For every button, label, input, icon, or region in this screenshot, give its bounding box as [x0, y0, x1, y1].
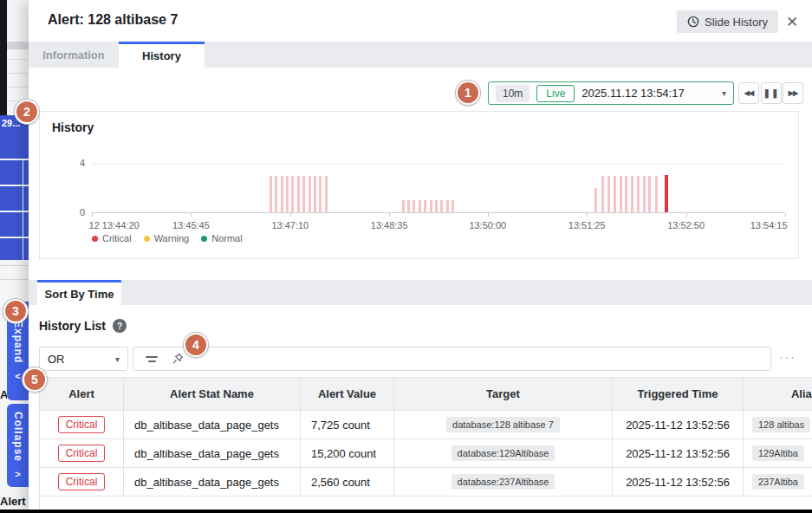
chart-bar — [319, 176, 322, 212]
datetime-value: 2025.11.12 13:54:17 — [581, 87, 715, 100]
chart-bar — [631, 176, 633, 212]
x-tick-label: 13:54:15 — [750, 220, 788, 231]
col-triggered-time[interactable]: Triggered Time — [613, 378, 744, 410]
x-tick-label: 12 13:44:20 — [89, 220, 140, 231]
chart-bar — [620, 176, 622, 212]
history-table-wrap: Alert Alert Stat Name Alert Value Target… — [39, 377, 812, 513]
legend-item: Critical — [92, 233, 132, 244]
chart-bar — [270, 176, 272, 212]
x-tick-label: 13:47:10 — [271, 220, 309, 231]
screen: 29... Expand < Collapse > A Alert V Aler… — [0, 0, 812, 513]
chart-bar — [637, 176, 640, 212]
chart-bar — [614, 176, 616, 212]
more-options-icon[interactable]: ··· — [779, 350, 796, 364]
triggered-time: 2025-11-12 13:52:56 — [613, 439, 744, 467]
alias-pill: 237Altiba — [752, 474, 804, 490]
y-tick-label: 4 — [50, 158, 85, 168]
tab-sort-by-time[interactable]: Sort By Time — [37, 280, 121, 305]
sort-tabbar: Sort By Time — [29, 280, 812, 305]
filter-input[interactable] — [133, 347, 771, 371]
annotation-badge-5: 5 — [23, 367, 47, 392]
slide-history-button[interactable]: Slide History — [677, 10, 778, 33]
table-header-row: Alert Alert Stat Name Alert Value Target… — [40, 378, 812, 410]
expand-button-label: Expand — [12, 321, 24, 363]
status-badge: Critical — [58, 473, 106, 490]
legend-item: Normal — [201, 233, 242, 244]
tabbar: Information History — [29, 42, 812, 68]
bg-treemap: 29... — [0, 115, 29, 262]
legend-dot — [92, 236, 98, 242]
chart-bar — [648, 176, 651, 212]
annotation-badge-4: 4 — [184, 333, 208, 357]
clock-icon — [687, 16, 699, 28]
chart-bar — [402, 200, 405, 212]
bg-tile[interactable] — [0, 238, 29, 260]
bg-bottom-text: Alert V — [0, 495, 29, 508]
rewind-button[interactable]: ◀◀ — [738, 82, 759, 104]
legend-dot — [201, 236, 207, 242]
col-alias[interactable]: Alias — [744, 378, 812, 410]
tab-history[interactable]: History — [119, 42, 205, 68]
close-icon[interactable]: ✕ — [779, 9, 805, 35]
chart-bar — [451, 200, 454, 212]
chart-bar — [325, 176, 328, 212]
time-range-control: 10m Live 2025.11.12 13:54:17 ▾ — [488, 81, 734, 105]
bg-tile[interactable] — [0, 160, 29, 185]
chart-title: History — [52, 120, 94, 134]
chart-bar — [607, 176, 610, 212]
x-tick-label: 13:51:25 — [568, 220, 606, 231]
chart-x-axis: 12 13:44:2013:45:4513:47:1013:48:3513:50… — [92, 217, 785, 231]
chart-plot — [92, 164, 785, 213]
history-list-title: History List — [39, 319, 106, 333]
chart-bar — [419, 200, 421, 212]
chart-bar — [446, 200, 449, 212]
annotation-badge-2: 2 — [15, 100, 39, 124]
help-icon[interactable]: ? — [113, 319, 127, 333]
annotation-badge-3: 3 — [3, 299, 28, 323]
chart-bar — [430, 200, 432, 212]
y-tick-label: 0 — [50, 207, 85, 218]
x-tick-label: 13:48:35 — [371, 220, 408, 231]
triggered-time: 2025-11-12 13:52:56 — [613, 411, 744, 438]
chart-bar — [309, 176, 311, 212]
forward-button[interactable]: ▶▶ — [783, 82, 803, 104]
pause-button[interactable]: ❚❚ — [761, 82, 782, 104]
collapse-button[interactable]: Collapse > — [7, 404, 29, 487]
col-alert-value[interactable]: Alert Value — [301, 378, 394, 410]
chart-bar — [291, 176, 294, 212]
tab-information[interactable]: Information — [29, 42, 119, 68]
chart-bar — [601, 176, 604, 212]
alert-detail-panel: Alert: 128 altibase 7 Slide History ✕ In… — [29, 0, 812, 513]
table-row[interactable]: Critical db_altibase_data_page_gets 2,56… — [40, 467, 812, 496]
table-row[interactable]: Critical db_altibase_data_page_gets 7,72… — [40, 410, 812, 438]
col-alert-stat-name[interactable]: Alert Stat Name — [124, 378, 301, 410]
x-tick-label: 13:52:50 — [667, 220, 705, 231]
col-alert[interactable]: Alert — [40, 378, 124, 410]
x-tick-label: 13:45:45 — [172, 220, 210, 231]
chart-bar — [594, 188, 597, 212]
legend-dot — [144, 236, 150, 242]
chart-bar-current — [665, 175, 668, 212]
chevron-down-icon[interactable]: ▾ — [722, 88, 726, 98]
alert-stat-name: db_altibase_data_page_gets — [124, 411, 301, 438]
live-badge[interactable]: Live — [536, 85, 575, 102]
slide-history-label: Slide History — [705, 16, 768, 29]
bg-toolbar-band — [7, 42, 29, 49]
table-row[interactable]: Critical db_altibase_data_page_gets 15,2… — [40, 438, 812, 467]
chart-bar — [275, 176, 277, 212]
bg-bottom-edge — [0, 510, 812, 513]
filter-icon[interactable] — [146, 356, 158, 362]
status-badge: Critical — [58, 416, 106, 433]
pin-icon[interactable] — [172, 353, 184, 365]
col-target[interactable]: Target — [394, 378, 613, 410]
history-table: Alert Alert Stat Name Alert Value Target… — [39, 377, 812, 513]
chart-bar — [643, 176, 646, 212]
chart-bar — [625, 176, 627, 212]
alias-pill: 128 altibas — [752, 417, 810, 432]
bg-tile[interactable] — [0, 212, 29, 237]
time-window-badge[interactable]: 10m — [496, 85, 529, 102]
chart-legend: CriticalWarningNormal — [92, 233, 243, 244]
operator-select[interactable]: OR ▾ — [39, 347, 128, 371]
chart-bar — [302, 176, 305, 212]
bg-tile[interactable] — [0, 186, 29, 211]
